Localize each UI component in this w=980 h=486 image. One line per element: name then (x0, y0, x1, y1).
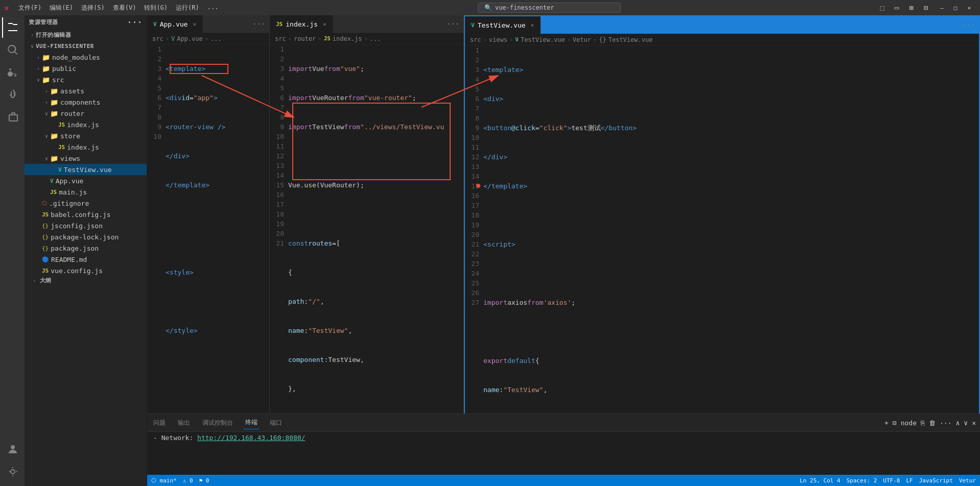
bc2-sep1: › (288, 35, 292, 42)
status-spaces[interactable]: Spaces: 2 (847, 477, 877, 484)
status-errors[interactable]: ⚠ 0 (183, 477, 193, 484)
tab-problems[interactable]: 问题 (151, 417, 168, 429)
editor-pane-appvue: V App.vue ✕ ··· src › V App.vue › ... (147, 15, 270, 414)
cl-13 (288, 413, 455, 414)
outline-section[interactable]: › 大纲 (25, 276, 147, 284)
tree-views[interactable]: ∨ 📁 views (25, 153, 147, 164)
status-encoding[interactable]: UTF-8 (883, 477, 900, 484)
bc3-testview: TestView.vue (521, 36, 565, 43)
terminal-node-label: node (901, 419, 917, 427)
activity-source-control[interactable] (2, 62, 22, 83)
tree-components[interactable]: › 📁 components (25, 96, 147, 108)
code-line-5: </template> (166, 180, 261, 190)
code-line-1: <template> (166, 64, 261, 74)
search-bar[interactable]: 🔍 vue-finesscenter (478, 3, 621, 13)
layout-icon-1[interactable]: ⬚ (877, 3, 887, 13)
menu-select[interactable]: 选择(S) (78, 3, 108, 13)
tree-pkg[interactable]: {} package.json (25, 242, 147, 254)
tree-pkglock[interactable]: {} package-lock.json (25, 231, 147, 242)
tree-router[interactable]: ∨ 📁 router (25, 108, 147, 119)
layout-icon-3[interactable]: ⊞ (906, 3, 916, 13)
tv-cl-4: </div> (483, 152, 971, 162)
menu-edit[interactable]: 编辑(E) (46, 3, 76, 13)
terminal-down-btn[interactable]: ∨ (964, 419, 968, 427)
folder-icon: 📁 (50, 99, 58, 106)
tree-readme[interactable]: 🔵 README.md (25, 254, 147, 265)
status-right: Ln 25, Col 4 Spaces: 2 UTF-8 LF JavaScri… (800, 477, 976, 484)
activity-account[interactable] (2, 439, 22, 459)
tv-cl-5: </template> (483, 181, 971, 191)
json-file-icon: {} (42, 245, 49, 252)
vue-file-icon: V (58, 166, 62, 173)
status-position[interactable]: Ln 25, Col 4 (800, 477, 840, 484)
sidebar-explorer-header[interactable]: 资源管理器 ··· (25, 15, 147, 29)
tab-testview[interactable]: V TestView.vue ✕ (465, 16, 541, 34)
terminal-network-link[interactable]: http://192.168.43.160:8080/ (197, 434, 305, 442)
activity-files[interactable] (2, 17, 22, 38)
tab-debug-console[interactable]: 调试控制台 (200, 417, 235, 429)
pane2-more-btn[interactable]: ··· (442, 20, 463, 28)
layout-icon-2[interactable]: ▭ (892, 3, 902, 13)
tree-node-modules[interactable]: › 📁 node_modules (25, 52, 147, 63)
tab-ports[interactable]: 端口 (268, 417, 284, 429)
tree-src[interactable]: ∨ 📁 src (25, 74, 147, 85)
tree-app-vue[interactable]: V App.vue (25, 175, 147, 186)
status-lang[interactable]: JavaScript (919, 477, 953, 484)
tree-main-js[interactable]: JS main.js (25, 186, 147, 198)
tab-indexjs[interactable]: JS index.js ✕ (270, 15, 333, 33)
sidebar-open-editors[interactable]: › 打开的编辑器 (25, 29, 147, 40)
tab-appvue[interactable]: V App.vue ✕ (147, 15, 203, 33)
tab-indexjs-close[interactable]: ✕ (323, 21, 326, 28)
terminal-up-btn[interactable]: ∧ (956, 419, 960, 427)
tree-gitignore[interactable]: ⎔ .gitignore (25, 198, 147, 209)
tree-store-index[interactable]: JS index.js (25, 141, 147, 153)
terminal-add-btn[interactable]: + (884, 419, 889, 427)
minimize-button[interactable]: — (935, 0, 949, 15)
sidebar-project-header[interactable]: ∨ VUE-FINESSCENTER (25, 40, 147, 52)
tv-cl-1: <template> (483, 65, 971, 75)
app-logo: ✕ (4, 3, 9, 13)
terminal-split-btn[interactable]: ⊟ (893, 419, 897, 427)
status-warnings[interactable]: ⚑ 0 (199, 477, 209, 484)
close-button[interactable]: ✕ (962, 0, 976, 15)
tab-appvue-close[interactable]: ✕ (193, 21, 196, 28)
menu-view[interactable]: 查看(V) (110, 3, 139, 13)
tree-store[interactable]: ∨ 📁 store (25, 130, 147, 141)
menu-run[interactable]: 运行(R) (173, 3, 202, 13)
tab-output[interactable]: 输出 (176, 417, 192, 429)
layout-icon-4[interactable]: ⊟ (921, 3, 931, 13)
tree-babel[interactable]: JS babel.config.js (25, 209, 147, 220)
tree-router-index[interactable]: JS index.js (25, 119, 147, 130)
menu-more[interactable]: ... (204, 3, 222, 13)
tree-public[interactable]: › 📁 public (25, 63, 147, 74)
chevron-icon: › (35, 66, 42, 71)
terminal-copy-btn[interactable]: ⎘ (921, 419, 925, 427)
status-eol[interactable]: LF (906, 477, 913, 484)
tree-testview[interactable]: V TestView.vue (25, 164, 147, 175)
tree-vueconfig[interactable]: JS vue.config.js (25, 265, 147, 276)
activity-settings[interactable] (2, 461, 22, 482)
tab-terminal[interactable]: 终端 (243, 416, 260, 429)
code-line-8: <style> (166, 268, 261, 277)
terminal-more-btn[interactable]: ··· (940, 419, 951, 427)
tree-assets[interactable]: › 📁 assets (25, 85, 147, 96)
activity-debug[interactable] (2, 85, 22, 105)
pane1-more-btn[interactable]: ··· (248, 20, 269, 28)
menu-goto[interactable]: 转到(G) (141, 3, 171, 13)
maximize-button[interactable]: □ (949, 0, 963, 15)
activity-search[interactable] (2, 40, 22, 60)
tree-jsconfig[interactable]: {} jsconfig.json (25, 220, 147, 231)
vueconfig-label: vue.config.js (51, 267, 103, 275)
terminal-close-btn[interactable]: ✕ (972, 419, 976, 427)
sidebar-extra-btn[interactable]: ··· (127, 17, 143, 27)
terminal-delete-btn[interactable]: 🗑 (929, 419, 936, 427)
activity-extensions[interactable] (2, 107, 22, 128)
menu-file[interactable]: 文件(F) (15, 3, 45, 13)
pane3-more-btn[interactable]: ··· (958, 21, 979, 29)
status-vetur[interactable]: Vetur (959, 477, 976, 484)
pane1-code-content: 123 456 789 10 <template> <div id="app">… (147, 44, 269, 355)
bc-dots: ... (211, 35, 222, 42)
status-branch[interactable]: ⎔ main* (151, 477, 177, 484)
tab-testview-close[interactable]: ✕ (531, 22, 534, 29)
vue-tab-icon: V (153, 21, 157, 28)
